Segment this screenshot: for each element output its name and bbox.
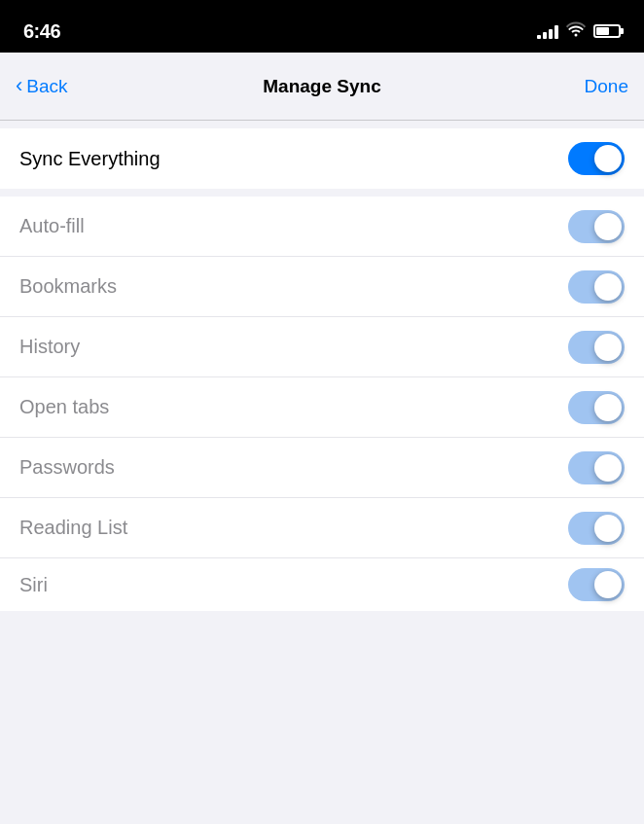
status-time: 6:46	[23, 20, 60, 43]
passwords-label: Passwords	[19, 456, 115, 479]
page-title: Manage Sync	[93, 76, 551, 97]
sync-items-section: Auto-fill Bookmarks History Open tabs Pa	[0, 197, 644, 611]
settings-content: Sync Everything Auto-fill Bookmarks Hist…	[0, 121, 644, 611]
open-tabs-label: Open tabs	[19, 396, 109, 418]
done-button[interactable]: Done	[551, 76, 628, 97]
toggle-knob	[594, 454, 622, 482]
sync-everything-toggle[interactable]	[568, 142, 625, 175]
siri-label: Siri	[19, 574, 48, 596]
sync-everything-section: Sync Everything	[0, 128, 644, 189]
siri-row: Siri	[0, 558, 644, 611]
sync-everything-row: Sync Everything	[0, 128, 644, 189]
reading-list-label: Reading List	[19, 517, 127, 539]
section-gap	[0, 189, 644, 197]
wifi-icon	[566, 21, 586, 41]
bookmarks-toggle[interactable]	[568, 270, 625, 304]
toggle-knob	[594, 334, 622, 361]
signal-bars-icon	[537, 23, 558, 39]
sync-everything-label: Sync Everything	[19, 148, 161, 170]
status-bar: 6:46	[0, 0, 644, 53]
status-icons	[537, 21, 621, 41]
battery-icon	[593, 24, 621, 38]
passwords-row: Passwords	[0, 438, 644, 498]
back-label: Back	[26, 76, 67, 97]
passwords-toggle[interactable]	[568, 451, 625, 484]
toggle-knob	[594, 273, 622, 301]
navigation-bar: ‹ Back Manage Sync Done	[0, 53, 644, 121]
back-chevron-icon: ‹	[16, 73, 22, 98]
open-tabs-toggle[interactable]	[568, 391, 625, 424]
toggle-knob	[594, 213, 622, 240]
reading-list-row: Reading List	[0, 498, 644, 558]
history-toggle[interactable]	[568, 331, 625, 364]
auto-fill-row: Auto-fill	[0, 197, 644, 257]
open-tabs-row: Open tabs	[0, 377, 644, 438]
back-button[interactable]: ‹ Back	[16, 74, 93, 98]
toggle-knob	[594, 571, 622, 598]
toggle-knob	[594, 394, 622, 421]
auto-fill-toggle[interactable]	[568, 210, 625, 243]
reading-list-toggle[interactable]	[568, 512, 625, 545]
toggle-knob	[594, 145, 622, 172]
history-row: History	[0, 317, 644, 377]
auto-fill-label: Auto-fill	[19, 215, 85, 237]
bookmarks-label: Bookmarks	[19, 275, 117, 298]
toggle-knob	[594, 515, 622, 542]
bookmarks-row: Bookmarks	[0, 257, 644, 317]
history-label: History	[19, 336, 80, 358]
siri-toggle[interactable]	[568, 568, 625, 601]
